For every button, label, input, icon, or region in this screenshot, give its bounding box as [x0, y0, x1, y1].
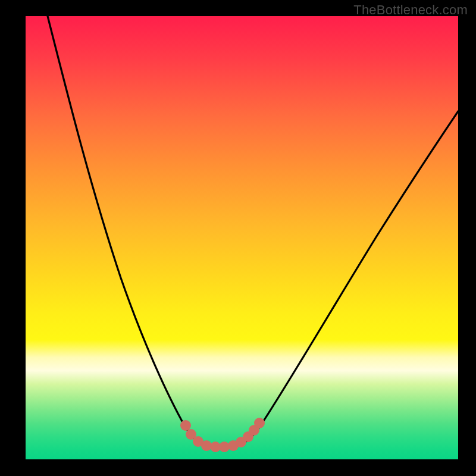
- bottleneck-curve: [48, 16, 458, 446]
- svg-point-0: [180, 420, 191, 431]
- svg-point-10: [254, 418, 265, 428]
- bottleneck-curve-svg: [26, 16, 458, 459]
- plot-area: [26, 16, 458, 459]
- valley-markers: [180, 418, 265, 452]
- chart-frame: TheBottleneck.com: [0, 0, 476, 476]
- watermark-text: TheBottleneck.com: [353, 2, 468, 18]
